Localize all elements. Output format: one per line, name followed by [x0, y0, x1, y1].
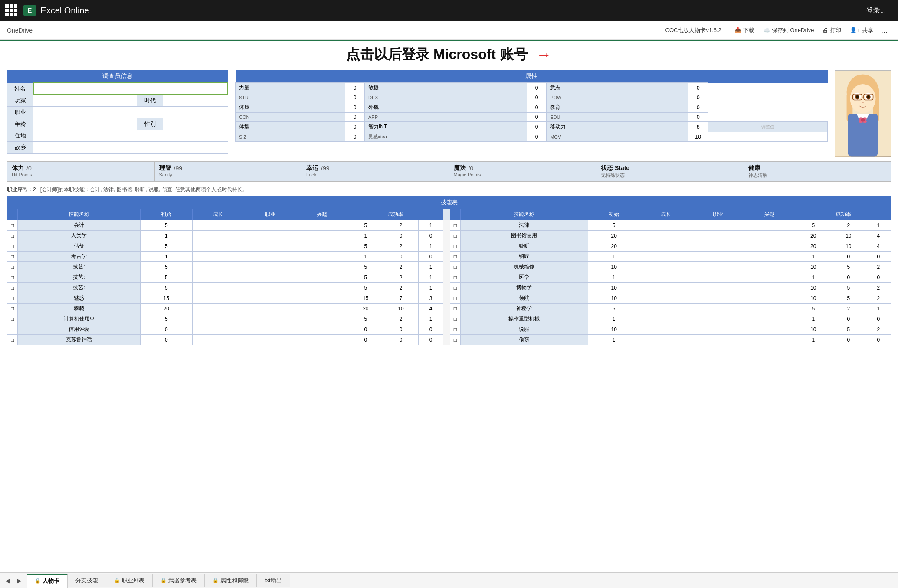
skill-grow-left[interactable]: [192, 252, 244, 262]
skill-interest-left[interactable]: [296, 262, 348, 272]
skill-job-right[interactable]: [692, 231, 744, 241]
skill-check-left[interactable]: □: [7, 262, 18, 272]
field-value-job[interactable]: [33, 107, 228, 118]
skill-job-right[interactable]: [692, 283, 744, 293]
skill-grow-left[interactable]: [192, 272, 244, 283]
skill-interest-right[interactable]: [744, 304, 796, 314]
skill-check-right[interactable]: □: [450, 335, 460, 345]
skill-job-right[interactable]: [692, 220, 744, 231]
onedrive-link[interactable]: OneDrive: [7, 27, 33, 34]
skill-check-left[interactable]: [7, 324, 18, 335]
skill-job-right[interactable]: [692, 241, 744, 252]
field-value-age[interactable]: [33, 118, 137, 130]
print-button[interactable]: 🖨 打印: [818, 25, 846, 36]
skill-interest-left[interactable]: [296, 231, 348, 241]
skill-check-left[interactable]: □: [7, 231, 18, 241]
skill-job-left[interactable]: [244, 262, 296, 272]
skill-check-left[interactable]: □: [7, 335, 18, 345]
share-button[interactable]: 👤+ 共享: [846, 25, 878, 36]
more-button[interactable]: ...: [878, 24, 891, 36]
field-value-player[interactable]: [33, 95, 137, 107]
attr-con-val[interactable]: 0: [345, 102, 365, 113]
skill-check-left[interactable]: □: [7, 272, 18, 283]
skill-check-right[interactable]: □: [450, 252, 460, 262]
attr-siz-val[interactable]: 0: [345, 122, 365, 132]
skill-interest-right[interactable]: [744, 220, 796, 231]
skill-grow-left[interactable]: [192, 304, 244, 314]
skill-grow-left[interactable]: [192, 283, 244, 293]
skill-job-left[interactable]: [244, 220, 296, 231]
skill-check-right[interactable]: □: [450, 220, 460, 231]
skill-interest-right[interactable]: [744, 283, 796, 293]
skill-interest-left[interactable]: [296, 335, 348, 345]
skill-job-left[interactable]: [244, 283, 296, 293]
skill-check-left[interactable]: □: [7, 314, 18, 324]
skill-grow-left[interactable]: [192, 335, 244, 345]
skill-grow-left[interactable]: [192, 241, 244, 252]
skill-interest-right[interactable]: [744, 262, 796, 272]
skill-job-right[interactable]: [692, 272, 744, 283]
skill-interest-left[interactable]: [296, 314, 348, 324]
tab-weapons[interactable]: 🔒 武器参考表: [153, 574, 205, 587]
skill-check-right[interactable]: □: [450, 262, 460, 272]
skill-job-right[interactable]: [692, 252, 744, 262]
skill-grow-left[interactable]: [192, 314, 244, 324]
skill-interest-left[interactable]: [296, 220, 348, 231]
skill-job-right[interactable]: [692, 293, 744, 304]
attr-edu-val[interactable]: 0: [688, 102, 708, 113]
skill-grow-right[interactable]: [640, 241, 692, 252]
skill-job-right[interactable]: [692, 262, 744, 272]
skill-job-left[interactable]: [244, 252, 296, 262]
skill-job-left[interactable]: [244, 304, 296, 314]
skill-check-right[interactable]: □: [450, 304, 460, 314]
skill-job-right[interactable]: [692, 314, 744, 324]
download-button[interactable]: 📥 下载: [730, 25, 759, 36]
skill-job-right[interactable]: [692, 324, 744, 335]
skill-job-right[interactable]: [692, 335, 744, 345]
skill-interest-right[interactable]: [744, 324, 796, 335]
skill-grow-left[interactable]: [192, 262, 244, 272]
skill-interest-left[interactable]: [296, 252, 348, 262]
skill-check-left[interactable]: □: [7, 283, 18, 293]
skill-grow-left[interactable]: [192, 324, 244, 335]
skill-interest-left[interactable]: [296, 324, 348, 335]
skill-check-right[interactable]: □: [450, 324, 460, 335]
skill-grow-left[interactable]: [192, 231, 244, 241]
skill-interest-right[interactable]: [744, 272, 796, 283]
skill-check-right[interactable]: □: [450, 231, 460, 241]
login-button[interactable]: 登录...: [859, 3, 893, 18]
skill-grow-left[interactable]: [192, 293, 244, 304]
skill-job-left[interactable]: [244, 231, 296, 241]
skill-interest-left[interactable]: [296, 304, 348, 314]
skill-check-right[interactable]: □: [450, 293, 460, 304]
skill-grow-right[interactable]: [640, 231, 692, 241]
field-value-gender[interactable]: [163, 118, 228, 130]
skill-check-right[interactable]: □: [450, 283, 460, 293]
attr-app-val[interactable]: 0: [527, 102, 547, 113]
tab-branch-skills[interactable]: 分支技能: [68, 574, 106, 587]
skill-interest-left[interactable]: [296, 241, 348, 252]
attr-mov-val[interactable]: 8: [688, 122, 708, 132]
skill-check-right[interactable]: □: [450, 314, 460, 324]
skill-job-left[interactable]: [244, 293, 296, 304]
skill-job-left[interactable]: [244, 241, 296, 252]
skill-grow-right[interactable]: [640, 324, 692, 335]
field-value-era[interactable]: [163, 95, 228, 107]
skill-check-left[interactable]: □: [7, 220, 18, 231]
tab-txt-output[interactable]: txt输出: [257, 574, 290, 587]
skill-check-left[interactable]: □: [7, 293, 18, 304]
field-value-home[interactable]: [33, 130, 228, 142]
skill-check-right[interactable]: □: [450, 272, 460, 283]
skill-grow-right[interactable]: [640, 304, 692, 314]
tab-character-card[interactable]: 🔒 人物卡: [27, 574, 68, 588]
skill-interest-left[interactable]: [296, 293, 348, 304]
skill-check-left[interactable]: □: [7, 241, 18, 252]
tab-job-list[interactable]: 🔒 职业列表: [106, 574, 153, 587]
skill-interest-right[interactable]: [744, 241, 796, 252]
skill-grow-right[interactable]: [640, 293, 692, 304]
skill-grow-right[interactable]: [640, 283, 692, 293]
skill-interest-right[interactable]: [744, 293, 796, 304]
skill-interest-left[interactable]: [296, 283, 348, 293]
skill-check-right[interactable]: □: [450, 241, 460, 252]
field-value-name[interactable]: [33, 83, 228, 95]
